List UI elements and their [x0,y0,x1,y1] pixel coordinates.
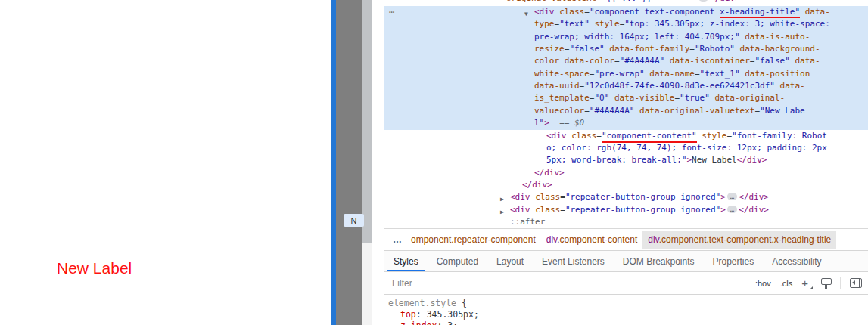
tree-node-line[interactable]: resize="false" data-font-family="Roboto"… [384,43,868,56]
tab-event-listeners[interactable]: Event Listeners [533,251,614,272]
code-segment: is_template [534,93,590,103]
breadcrumb-tag: div [648,234,658,245]
code-segment: </div> [534,168,565,178]
breadcrumb-classes: .component.text-component.x-heading-titl… [659,234,831,245]
pseudo-state-toggle[interactable]: :hov [755,279,771,288]
collapsed-content-icon[interactable]: … [698,0,708,2]
code-segment: class [535,205,560,215]
code-segment: x-heading-title" [720,7,800,17]
tree-node-line[interactable]: </div> [384,179,868,192]
collapsed-content-icon[interactable]: … [727,206,737,213]
code-segment: class [571,131,596,141]
code-segment: > [544,118,549,128]
code-segment: = [560,192,565,202]
breadcrumb-item[interactable]: div.component-content [541,231,643,249]
code-segment: pre-wrap; width: 164px; left: 404.709px;… [534,32,740,42]
breadcrumb-item[interactable]: omponent.repeater-component [406,231,541,249]
tree-node-line[interactable]: white-space="pre-wrap" data-name="text_1… [384,68,868,81]
tab-dom-breakpoints[interactable]: DOM Breakpoints [614,251,704,272]
tree-node-line[interactable]: ::after [384,216,868,229]
code-segment: o; color: rgb(74, 74, 74); font-size: 12… [546,143,827,153]
style-properties: top: 345.305px;z-index: 3; [388,309,868,325]
code-segment: data-font-family [609,44,689,54]
tree-node-line[interactable]: ▶<div class="repeater-button-group ignor… [384,191,868,204]
computed-sidebar-toggle-icon[interactable] [850,278,862,288]
code-segment: </div> [739,205,769,215]
code-segment: "top: 345.305px; z-index: 3; white-space… [624,19,830,29]
tab-computed[interactable]: Computed [428,251,487,272]
tab-accessibility[interactable]: Accessibility [763,251,830,272]
tree-node-line[interactable]: 5px; word-break: break-all;">New Label</… [384,154,868,167]
tree-node-line[interactable]: type="text" style="top: 345.305px; z-ind… [384,18,868,31]
code-segment: style [595,19,620,29]
code-segment: style [702,131,726,141]
tab-properties[interactable]: Properties [704,251,764,272]
devtools-panel: ⋯ original-valuetext="{{ ... }}" …</div>… [384,0,868,325]
code-segment: New Label [692,155,737,165]
breadcrumb-overflow-icon[interactable]: … [389,231,406,248]
code-segment: "repeater-button-group ignored" [565,205,720,215]
property-value: : 3; [437,320,458,325]
toolbar-separator [840,277,841,289]
tab-styles[interactable]: Styles [384,251,428,272]
code-segment: data-original- [714,93,785,103]
code-segment [609,93,614,103]
tab-layout[interactable]: Layout [487,251,533,272]
code-segment [664,56,670,66]
tree-node-line[interactable]: is_template="0" data-visible="true" data… [384,92,868,105]
code-segment: </div> [710,0,740,3]
code-segment: "{{ ... }}" [602,0,657,3]
code-segment: data- [795,56,820,66]
style-property-line[interactable]: z-index: 3; [388,320,868,325]
code-segment: ::after [510,217,545,227]
code-segment: = [596,131,602,141]
tree-node-line[interactable]: original-valuetext="{{ ... }}" …</div> [384,0,868,5]
page-edge-divider [331,0,336,325]
code-segment: </div> [737,155,767,165]
new-style-rule-button[interactable]: + [801,277,812,289]
node-menu-dots-icon[interactable]: ⋯ [389,7,395,17]
elements-tree: ⋯ original-valuetext="{{ ... }}" …</div>… [384,0,868,229]
tree-node-line[interactable]: l"> == $0 [384,117,868,130]
style-rule-selector[interactable]: element.style { [388,298,868,309]
code-segment: <div [546,131,571,141]
code-segment: <div [534,7,559,17]
code-segment: = [560,205,565,215]
code-segment: "text_1" [700,69,740,79]
code-segment: "Roboto" [695,44,735,54]
breadcrumb-tag: div [546,234,557,245]
styles-filter-input[interactable] [392,276,746,291]
code-segment [735,44,740,54]
collapsed-content-icon[interactable]: … [727,193,737,200]
code-segment: "component text-component [590,7,720,17]
tree-node-line[interactable]: pre-wrap; width: 164px; left: 404.709px;… [384,31,868,44]
code-segment: "pre-wrap" [594,69,644,79]
code-segment: "component-content" [602,131,697,141]
tree-node-line[interactable]: data-uuid="12c0d48f-74fe-4090-8d3e-ee624… [384,80,868,93]
tree-node-line[interactable]: ▶<div class="repeater-button-group ignor… [384,204,868,217]
code-segment: class [559,7,584,17]
code-segment: "New Labe [760,106,805,116]
tree-node-line[interactable]: o; color: rgb(74, 74, 74); font-size: 12… [384,142,868,155]
breadcrumb-item[interactable]: div.component.text-component.x-heading-t… [642,231,836,249]
tree-node-line[interactable]: valuecolor="#4A4A4A" data-original-value… [384,105,868,118]
tree-node-line[interactable]: ▼<div class="component text-component x-… [384,6,868,19]
code-segment: data-visible [614,93,674,103]
style-property-line[interactable]: top: 345.305px; [388,309,868,320]
tree-node-line[interactable]: color data-color="#4A4A4A" data-iscontai… [384,55,868,68]
breadcrumb-classes: omponent.repeater-component [411,234,536,245]
code-segment: class [535,192,560,202]
paint-roller-icon[interactable] [821,277,831,289]
tree-node-line[interactable]: </div> [384,167,868,180]
breadcrumb: … omponent.repeater-componentdiv.compone… [384,229,868,250]
code-segment: = [584,106,590,116]
tree-node-line[interactable]: <div class="component-content" style="fo… [384,130,868,143]
element-classes-toggle[interactable]: .cls [780,279,793,288]
styles-filter-bar: :hov .cls + [384,272,868,295]
code-segment: = [584,7,590,17]
code-segment: valuecolor [534,106,584,116]
code-segment: </div> [522,180,552,190]
code-segment: "false" [569,44,604,54]
code-segment: > [720,205,726,215]
page-scrollbar-thumb[interactable] [362,0,372,243]
